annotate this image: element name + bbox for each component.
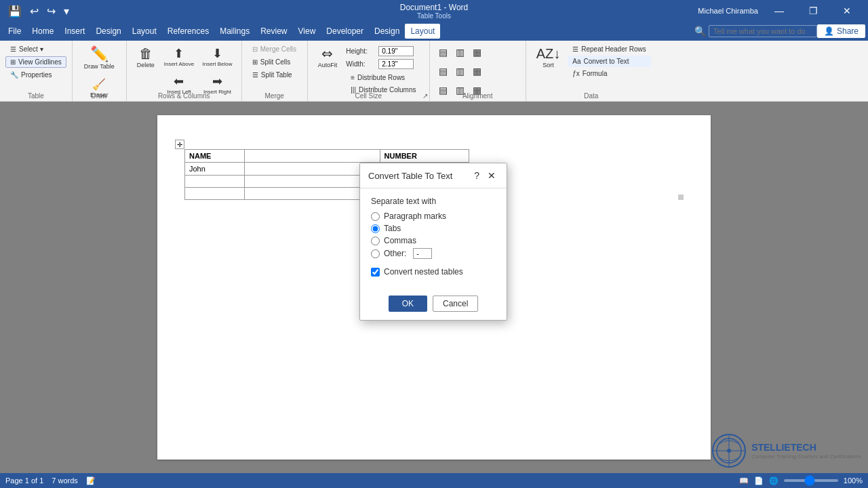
convert-nested-label: Convert nested tables	[384, 267, 463, 277]
convert-nested-checkbox[interactable]	[371, 268, 380, 277]
radio-tabs-row: Tabs	[371, 224, 496, 233]
radio-paragraph-label: Paragraph marks	[384, 211, 446, 221]
convert-table-to-text-dialog: Convert Table To Text ? ✕ Separate text …	[359, 163, 507, 321]
radio-other-label: Other:	[384, 249, 406, 258]
separate-text-label: Separate text with	[371, 197, 496, 206]
dialog-close-button[interactable]: ✕	[485, 169, 498, 182]
dialog-help-button[interactable]: ?	[471, 169, 482, 182]
radio-other[interactable]	[371, 249, 380, 258]
radio-tabs-label: Tabs	[384, 224, 401, 233]
radio-paragraph[interactable]	[371, 212, 380, 221]
other-char-input[interactable]	[413, 248, 432, 259]
dialog-title: Convert Table To Text	[368, 171, 452, 181]
dialog-ok-button[interactable]: OK	[389, 296, 427, 312]
dialog-cancel-button[interactable]: Cancel	[433, 296, 478, 312]
radio-tabs[interactable]	[371, 224, 380, 233]
radio-commas-label: Commas	[384, 236, 416, 245]
dialog-body: Separate text with Paragraph marks Tabs …	[360, 188, 507, 293]
radio-commas-row: Commas	[371, 236, 496, 245]
radio-paragraph-row: Paragraph marks	[371, 211, 496, 221]
radio-group: Paragraph marks Tabs Commas Other:	[371, 211, 496, 259]
radio-other-row: Other:	[371, 248, 496, 259]
dialog-titlebar: Convert Table To Text ? ✕	[360, 163, 507, 188]
dialog-title-controls: ? ✕	[471, 169, 498, 182]
dialog-footer: OK Cancel	[360, 293, 507, 320]
radio-commas[interactable]	[371, 237, 380, 245]
dialog-overlay: Convert Table To Text ? ✕ Separate text …	[0, 0, 868, 488]
convert-nested-row: Convert nested tables	[371, 267, 496, 277]
